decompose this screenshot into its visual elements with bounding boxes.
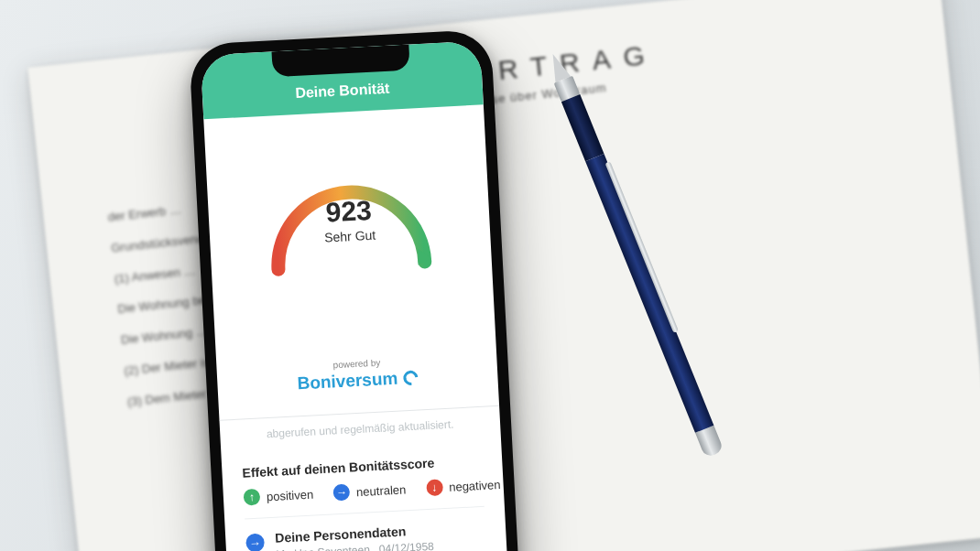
arrow-right-icon: → [333,484,351,502]
scene: MIETVERTRAG für Wohnverhältnisse über Wo… [0,0,980,551]
smartphone: Deine Bonität [189,29,520,551]
personal-data-row[interactable]: → Deine Personendaten Mr. Uno Seventeen … [245,506,487,551]
arrow-up-icon: ↑ [243,489,260,506]
brand-c-icon [400,368,420,388]
credit-score-gauge: 923 Sehr Gut powered by Boniversum [203,104,498,407]
legend-negative-label: negativen [449,477,501,493]
legend-positive: ↑ positiven [243,486,313,506]
phone-screen: Deine Bonität [201,40,509,551]
effect-legend: ↑ positiven → neutralen ↓ negativen [243,477,484,506]
arrow-right-icon: → [245,533,265,551]
legend-positive-label: positiven [267,487,314,503]
update-note: abgerufen und regelmäßig aktualisiert. [220,406,502,456]
effect-section-title: Effekt auf deinen Bonitätsscore [242,453,482,481]
effect-section: Effekt auf deinen Bonitätsscore ↑ positi… [222,452,507,551]
arrow-down-icon: ↓ [426,479,443,496]
brand-logo: Boniversum [297,367,419,394]
legend-negative: ↓ negativen [426,476,501,496]
legend-neutral-label: neutralen [356,482,407,499]
legend-neutral: → neutralen [333,481,407,501]
app-header-title: Deine Bonität [295,81,390,101]
brand-name: Boniversum [297,369,398,394]
